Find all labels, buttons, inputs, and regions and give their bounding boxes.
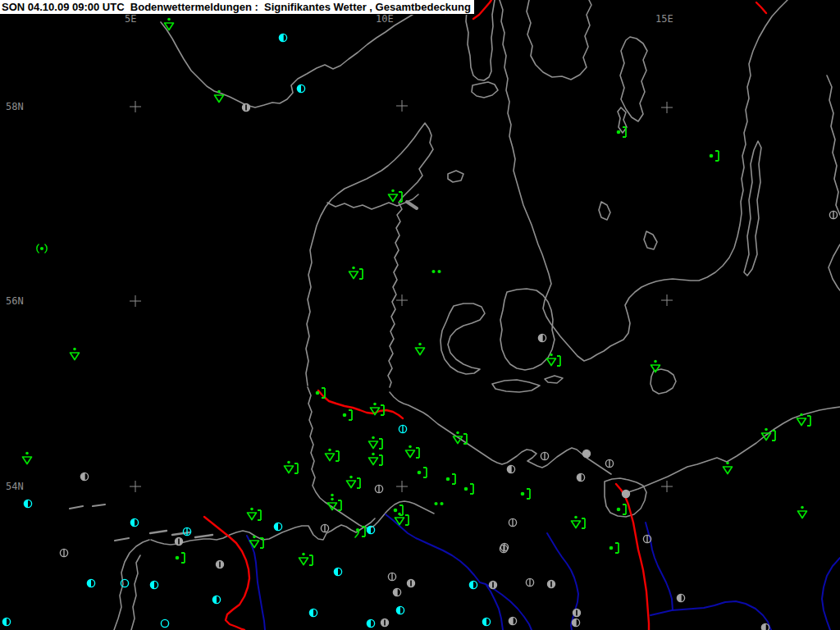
coast-dash (115, 538, 129, 541)
shower-triangle-icon (651, 365, 660, 372)
grid-cross (130, 481, 141, 492)
shower-dot (25, 452, 29, 455)
cloud-cover-circle (582, 450, 590, 457)
shower-dot (418, 343, 422, 346)
grid-cross (130, 295, 141, 307)
shower-dot (409, 445, 412, 449)
station-weather-symbol (434, 502, 443, 505)
bracket-mark (357, 478, 360, 488)
bracket-mark (405, 515, 409, 525)
front-line (318, 390, 403, 418)
station-weather-symbol (724, 462, 733, 474)
coast-dash (150, 531, 167, 533)
lon-label: 15E (655, 13, 673, 25)
shower-triangle-icon (299, 558, 308, 565)
bracket-mark (338, 500, 341, 510)
shower-triangle-icon (798, 511, 807, 518)
rain-dot (617, 508, 621, 512)
coastline-path (651, 369, 676, 394)
bracket-mark (557, 356, 560, 366)
station-cloud-symbol (2, 618, 10, 625)
shower-dot (302, 553, 305, 556)
station-cloud-symbol (526, 578, 533, 586)
bracket-mark (309, 555, 313, 565)
shower-triangle-icon (572, 521, 581, 528)
shower-dot (349, 476, 353, 479)
bracket-mark (623, 504, 626, 514)
station-cloud-symbol (375, 485, 382, 492)
bracket-mark (349, 410, 352, 420)
station-cloud-symbol (538, 334, 546, 341)
coastline-path (441, 304, 485, 374)
coastline-path (827, 75, 840, 215)
lat-label: 56N (6, 295, 24, 307)
shower-dot (372, 436, 375, 440)
shower-dot (253, 536, 256, 539)
coastline-path (644, 231, 657, 249)
river-line (822, 558, 840, 630)
front-line (616, 484, 649, 630)
station-weather-symbol (431, 270, 441, 273)
shower-dot (217, 90, 221, 94)
coastline-path (472, 82, 498, 98)
station-weather-symbol (464, 484, 473, 494)
coastline-path (448, 171, 463, 182)
front-line (756, 2, 766, 13)
shower-triangle-icon (369, 458, 378, 465)
station-cloud-symbol (469, 581, 477, 588)
station-weather-symbol (37, 244, 47, 253)
station-cloud-symbol (541, 452, 548, 459)
station-cloud-symbol (572, 619, 579, 626)
grid-cross (396, 294, 408, 306)
coastline-path (620, 37, 647, 121)
bracket-mark (416, 448, 419, 458)
station-cloud-symbol (605, 459, 613, 467)
station-cloud-symbol (130, 518, 138, 526)
station-weather-symbol (71, 348, 80, 360)
graticule-layer: 58N56N54N5E10E15E (6, 13, 673, 492)
coastline-path (527, 0, 591, 80)
station-cloud-symbol (582, 450, 590, 457)
shower-triangle-icon (416, 348, 425, 355)
shower-triangle-icon (349, 272, 358, 279)
station-cloud-symbol (547, 580, 555, 587)
station-cloud-symbol (489, 581, 496, 588)
station-cloud-symbol (274, 523, 281, 530)
station-cloud-symbol (321, 524, 328, 532)
map-title-bar: SON 04.10.09 09:00 UTC Bodenwettermeldun… (0, 0, 475, 15)
shower-dot (352, 267, 355, 270)
station-cloud-symbol (577, 473, 584, 481)
front-line (204, 517, 249, 630)
coastline-path (829, 244, 840, 290)
station-weather-symbol (369, 453, 383, 465)
bracket-mark (294, 463, 298, 473)
station-cloud-symbol (297, 84, 304, 92)
station-cloud-symbol (161, 619, 168, 627)
station-cloud-symbol (507, 465, 514, 472)
station-cloud-symbol (829, 211, 837, 218)
station-cloud-symbol (399, 425, 406, 432)
rain-dot (431, 270, 435, 273)
station-cloud-symbol (396, 606, 404, 614)
rain-dot (437, 270, 441, 273)
cloud-cover-circle (121, 579, 128, 587)
coastline-path (390, 392, 611, 474)
station-cloud-symbol (150, 581, 158, 588)
shower-triangle-icon (724, 467, 733, 474)
station-weather-symbol (521, 489, 530, 499)
shower-dot (331, 494, 334, 497)
station-weather-symbol (176, 553, 185, 563)
station-weather-symbol (347, 476, 361, 488)
station-cloud-symbol (216, 560, 223, 568)
station-weather-symbol (299, 553, 313, 565)
river-line (651, 601, 771, 630)
weather-map-canvas: 58N56N54N5E10E15E (0, 0, 840, 630)
bracket-mark (807, 416, 810, 426)
station-weather-symbol (416, 343, 425, 355)
bracket-mark (615, 543, 619, 553)
shower-triangle-icon (71, 353, 80, 360)
lon-label: 10E (376, 13, 394, 25)
station-cloud-symbol (24, 500, 31, 507)
coastline-path (744, 141, 761, 276)
shower-dot (373, 403, 377, 406)
